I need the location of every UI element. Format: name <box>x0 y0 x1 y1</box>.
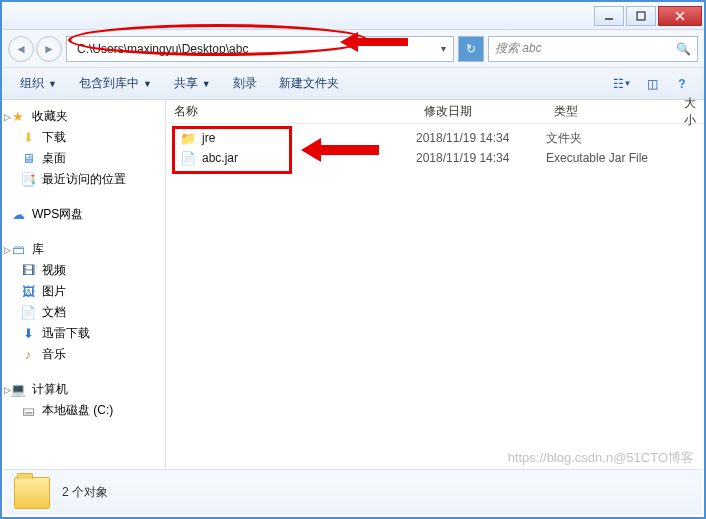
search-placeholder: 搜索 abc <box>495 40 542 57</box>
share-button[interactable]: 共享▼ <box>164 71 221 96</box>
star-icon: ★ <box>10 109 26 125</box>
command-toolbar: 组织▼ 包含到库中▼ 共享▼ 刻录 新建文件夹 ☷ ▼ ◫ ? <box>2 68 704 100</box>
folder-icon <box>14 477 50 509</box>
file-icon: 📄 <box>180 150 196 166</box>
file-type: 文件夹 <box>546 130 676 147</box>
chevron-down-icon: ▼ <box>48 79 57 89</box>
file-date: 2018/11/19 14:34 <box>416 151 546 165</box>
organize-button[interactable]: 组织▼ <box>10 71 67 96</box>
download-icon: ⬇ <box>20 326 36 342</box>
new-folder-button[interactable]: 新建文件夹 <box>269 71 349 96</box>
sidebar-item-music[interactable]: ♪音乐 <box>2 344 165 365</box>
sidebar-item-pictures[interactable]: 🖼图片 <box>2 281 165 302</box>
search-icon[interactable]: 🔍 <box>676 42 691 56</box>
help-button[interactable]: ? <box>668 72 696 96</box>
sidebar-item-downloads[interactable]: ⬇下载 <box>2 127 165 148</box>
file-name: abc.jar <box>202 151 238 165</box>
harddrive-icon: 🖴 <box>20 403 36 419</box>
sidebar-item-desktop[interactable]: 🖥桌面 <box>2 148 165 169</box>
sidebar-item-wps[interactable]: ☁WPS网盘 <box>2 204 165 225</box>
file-row[interactable]: 📁jre2018/11/19 14:34文件夹 <box>166 128 704 148</box>
address-bar[interactable]: C:\Users\maxingyu\Desktop\abc ▾ <box>66 36 454 62</box>
file-row[interactable]: 📄abc.jar2018/11/19 14:34Executable Jar F… <box>166 148 704 168</box>
folder-icon: 📁 <box>180 130 196 146</box>
sidebar-item-documents[interactable]: 📄文档 <box>2 302 165 323</box>
window-titlebar <box>2 2 704 30</box>
svg-rect-1 <box>637 12 645 20</box>
recent-icon: 📑 <box>20 172 36 188</box>
file-list-area: 名称 修改日期 类型 大小 📁jre2018/11/19 14:34文件夹📄ab… <box>166 100 704 494</box>
sidebar-item-xunlei[interactable]: ⬇迅雷下载 <box>2 323 165 344</box>
sidebar-item-localdisk[interactable]: 🖴本地磁盘 (C:) <box>2 400 165 421</box>
watermark-text: https://blog.csdn.n@51CTO博客 <box>508 449 694 467</box>
cloud-icon: ☁ <box>10 207 26 223</box>
music-icon: ♪ <box>20 347 36 363</box>
download-icon: ⬇ <box>20 130 36 146</box>
view-options-button[interactable]: ☷ ▼ <box>608 72 636 96</box>
sidebar-computer-header[interactable]: ▷💻计算机 <box>2 379 165 400</box>
sidebar-favorites-header[interactable]: ▷★收藏夹 <box>2 106 165 127</box>
sidebar-item-recent[interactable]: 📑最近访问的位置 <box>2 169 165 190</box>
library-icon: 🗃 <box>10 242 26 258</box>
desktop-icon: 🖥 <box>20 151 36 167</box>
sidebar-item-videos[interactable]: 🎞视频 <box>2 260 165 281</box>
video-icon: 🎞 <box>20 263 36 279</box>
forward-button[interactable]: ► <box>36 36 62 62</box>
object-count-label: 2 个对象 <box>62 484 108 501</box>
include-in-library-button[interactable]: 包含到库中▼ <box>69 71 162 96</box>
computer-icon: 💻 <box>10 382 26 398</box>
back-button[interactable]: ◄ <box>8 36 34 62</box>
column-date[interactable]: 修改日期 <box>416 103 546 120</box>
column-headers: 名称 修改日期 类型 大小 <box>166 100 704 124</box>
file-name: jre <box>202 131 215 145</box>
file-type: Executable Jar File <box>546 151 676 165</box>
refresh-button[interactable]: ↻ <box>458 36 484 62</box>
sidebar-libraries-header[interactable]: ▷🗃库 <box>2 239 165 260</box>
address-dropdown-icon[interactable]: ▾ <box>433 43 453 54</box>
column-type[interactable]: 类型 <box>546 103 676 120</box>
close-button[interactable] <box>658 6 702 26</box>
chevron-down-icon: ▼ <box>202 79 211 89</box>
address-text[interactable]: C:\Users\maxingyu\Desktop\abc <box>67 42 433 56</box>
picture-icon: 🖼 <box>20 284 36 300</box>
main-area: ▷★收藏夹 ⬇下载 🖥桌面 📑最近访问的位置 ☁WPS网盘 ▷🗃库 🎞视频 🖼图… <box>2 100 704 494</box>
navigation-bar: ◄ ► C:\Users\maxingyu\Desktop\abc ▾ ↻ 搜索… <box>2 30 704 68</box>
maximize-button[interactable] <box>626 6 656 26</box>
navigation-sidebar: ▷★收藏夹 ⬇下载 🖥桌面 📑最近访问的位置 ☁WPS网盘 ▷🗃库 🎞视频 🖼图… <box>2 100 166 494</box>
preview-pane-button[interactable]: ◫ <box>638 72 666 96</box>
status-bar: 2 个对象 <box>4 469 702 515</box>
column-name[interactable]: 名称 <box>166 103 416 120</box>
column-size[interactable]: 大小 <box>676 95 704 129</box>
minimize-button[interactable] <box>594 6 624 26</box>
file-date: 2018/11/19 14:34 <box>416 131 546 145</box>
burn-button[interactable]: 刻录 <box>223 71 267 96</box>
chevron-down-icon: ▼ <box>143 79 152 89</box>
document-icon: 📄 <box>20 305 36 321</box>
search-input[interactable]: 搜索 abc 🔍 <box>488 36 698 62</box>
